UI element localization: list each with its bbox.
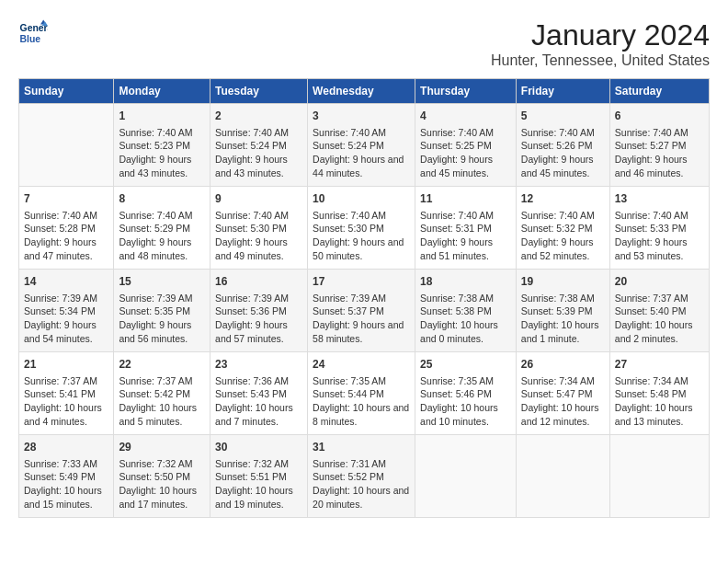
day-number: 10: [313, 191, 410, 207]
day-number: 24: [313, 357, 410, 373]
sunrise-text: Sunrise: 7:40 AM: [215, 210, 289, 221]
sunrise-text: Sunrise: 7:34 AM: [521, 375, 595, 386]
day-number: 7: [24, 191, 108, 207]
sunset-text: Sunset: 5:33 PM: [615, 223, 687, 234]
sunset-text: Sunset: 5:39 PM: [521, 305, 593, 316]
day-number: 3: [313, 109, 410, 124]
title-block: January 2024 Hunter, Tennessee, United S…: [491, 18, 710, 69]
sunrise-text: Sunrise: 7:40 AM: [521, 127, 595, 138]
sunrise-text: Sunrise: 7:35 AM: [313, 375, 386, 386]
calendar-cell: 31Sunrise: 7:31 AMSunset: 5:52 PMDayligh…: [308, 435, 415, 518]
sunset-text: Sunset: 5:31 PM: [420, 223, 492, 234]
calendar-cell: [19, 104, 114, 187]
sunset-text: Sunset: 5:37 PM: [313, 305, 384, 316]
day-number: 11: [420, 191, 511, 207]
day-number: 14: [24, 274, 108, 290]
daylight-text: Daylight: 10 hours and 1 minute.: [521, 319, 599, 344]
sunset-text: Sunset: 5:40 PM: [615, 305, 687, 316]
calendar-cell: 6Sunrise: 7:40 AMSunset: 5:27 PMDaylight…: [609, 104, 709, 187]
calendar-cell: 22Sunrise: 7:37 AMSunset: 5:42 PMDayligh…: [114, 352, 210, 435]
sunrise-text: Sunrise: 7:32 AM: [119, 458, 192, 469]
calendar-cell: 1Sunrise: 7:40 AMSunset: 5:23 PMDaylight…: [114, 104, 210, 187]
day-number: 18: [420, 274, 511, 290]
calendar-cell: 30Sunrise: 7:32 AMSunset: 5:51 PMDayligh…: [210, 435, 308, 518]
sunrise-text: Sunrise: 7:40 AM: [24, 210, 97, 221]
day-number: 26: [521, 357, 605, 373]
sunrise-text: Sunrise: 7:36 AM: [215, 375, 289, 386]
calendar-week-row: 7Sunrise: 7:40 AMSunset: 5:28 PMDaylight…: [19, 187, 710, 270]
day-number: 15: [119, 274, 205, 290]
calendar-cell: 10Sunrise: 7:40 AMSunset: 5:30 PMDayligh…: [308, 187, 415, 270]
daylight-text: Daylight: 10 hours and 10 minutes.: [420, 402, 498, 427]
daylight-text: Daylight: 9 hours and 57 minutes.: [215, 319, 288, 344]
daylight-text: Daylight: 10 hours and 19 minutes.: [215, 485, 293, 510]
header-monday: Monday: [114, 79, 210, 104]
sunset-text: Sunset: 5:30 PM: [215, 223, 287, 234]
daylight-text: Daylight: 9 hours and 43 minutes.: [215, 154, 288, 178]
calendar-week-row: 14Sunrise: 7:39 AMSunset: 5:34 PMDayligh…: [19, 270, 710, 352]
sunset-text: Sunset: 5:52 PM: [313, 471, 384, 482]
sunrise-text: Sunrise: 7:37 AM: [119, 375, 192, 386]
daylight-text: Daylight: 10 hours and 15 minutes.: [24, 485, 102, 510]
day-number: 12: [521, 191, 605, 207]
sunrise-text: Sunrise: 7:40 AM: [420, 127, 494, 138]
calendar-cell: 18Sunrise: 7:38 AMSunset: 5:38 PMDayligh…: [415, 270, 517, 352]
sunset-text: Sunset: 5:32 PM: [521, 223, 593, 234]
header-saturday: Saturday: [609, 79, 709, 104]
calendar-cell: 2Sunrise: 7:40 AMSunset: 5:24 PMDaylight…: [210, 104, 308, 187]
sunset-text: Sunset: 5:43 PM: [215, 388, 287, 399]
sunrise-text: Sunrise: 7:37 AM: [615, 293, 688, 304]
sunset-text: Sunset: 5:38 PM: [420, 305, 492, 316]
sunrise-text: Sunrise: 7:40 AM: [119, 127, 192, 138]
calendar-week-row: 21Sunrise: 7:37 AMSunset: 5:41 PMDayligh…: [19, 352, 710, 435]
daylight-text: Daylight: 10 hours and 20 minutes.: [313, 485, 409, 510]
header-wednesday: Wednesday: [308, 79, 415, 104]
sunrise-text: Sunrise: 7:38 AM: [420, 293, 494, 304]
sunrise-text: Sunrise: 7:40 AM: [615, 210, 688, 221]
day-number: 30: [215, 440, 302, 455]
calendar-table: Sunday Monday Tuesday Wednesday Thursday…: [18, 78, 710, 518]
day-number: 9: [215, 191, 302, 207]
daylight-text: Daylight: 9 hours and 48 minutes.: [119, 236, 191, 261]
calendar-cell: 19Sunrise: 7:38 AMSunset: 5:39 PMDayligh…: [516, 270, 609, 352]
calendar-cell: 20Sunrise: 7:37 AMSunset: 5:40 PMDayligh…: [609, 270, 709, 352]
sunset-text: Sunset: 5:41 PM: [24, 388, 96, 399]
day-number: 8: [119, 191, 205, 207]
daylight-text: Daylight: 10 hours and 13 minutes.: [615, 402, 693, 427]
daylight-text: Daylight: 9 hours and 54 minutes.: [24, 319, 97, 344]
sunset-text: Sunset: 5:23 PM: [119, 140, 190, 151]
sunrise-text: Sunrise: 7:40 AM: [215, 127, 289, 138]
daylight-text: Daylight: 9 hours and 43 minutes.: [119, 154, 191, 178]
daylight-text: Daylight: 9 hours and 53 minutes.: [615, 236, 688, 261]
day-number: 27: [615, 357, 704, 373]
day-number: 20: [615, 274, 704, 290]
calendar-cell: 16Sunrise: 7:39 AMSunset: 5:36 PMDayligh…: [210, 270, 308, 352]
sunset-text: Sunset: 5:47 PM: [521, 388, 593, 399]
calendar-cell: 17Sunrise: 7:39 AMSunset: 5:37 PMDayligh…: [308, 270, 415, 352]
daylight-text: Daylight: 9 hours and 46 minutes.: [615, 154, 688, 178]
sunset-text: Sunset: 5:34 PM: [24, 305, 96, 316]
daylight-text: Daylight: 9 hours and 45 minutes.: [521, 154, 594, 178]
sunset-text: Sunset: 5:27 PM: [615, 140, 687, 151]
calendar-cell: 23Sunrise: 7:36 AMSunset: 5:43 PMDayligh…: [210, 352, 308, 435]
calendar-cell: 4Sunrise: 7:40 AMSunset: 5:25 PMDaylight…: [415, 104, 517, 187]
day-number: 22: [119, 357, 205, 373]
header-tuesday: Tuesday: [210, 79, 308, 104]
daylight-text: Daylight: 10 hours and 2 minutes.: [615, 319, 693, 344]
day-number: 19: [521, 274, 605, 290]
day-number: 2: [215, 109, 302, 124]
day-number: 28: [24, 440, 108, 455]
daylight-text: Daylight: 9 hours and 58 minutes.: [313, 319, 404, 344]
calendar-cell: [609, 435, 709, 518]
calendar-cell: 24Sunrise: 7:35 AMSunset: 5:44 PMDayligh…: [308, 352, 415, 435]
sunset-text: Sunset: 5:42 PM: [119, 388, 190, 399]
sunset-text: Sunset: 5:24 PM: [313, 140, 384, 151]
daylight-text: Daylight: 9 hours and 50 minutes.: [313, 236, 404, 261]
page-header: General Blue January 2024 Hunter, Tennes…: [18, 18, 710, 69]
sunset-text: Sunset: 5:44 PM: [313, 388, 384, 399]
sunrise-text: Sunrise: 7:37 AM: [24, 375, 97, 386]
sunset-text: Sunset: 5:51 PM: [215, 471, 287, 482]
daylight-text: Daylight: 10 hours and 5 minutes.: [119, 402, 197, 427]
calendar-cell: 5Sunrise: 7:40 AMSunset: 5:26 PMDaylight…: [516, 104, 609, 187]
sunset-text: Sunset: 5:46 PM: [420, 388, 492, 399]
